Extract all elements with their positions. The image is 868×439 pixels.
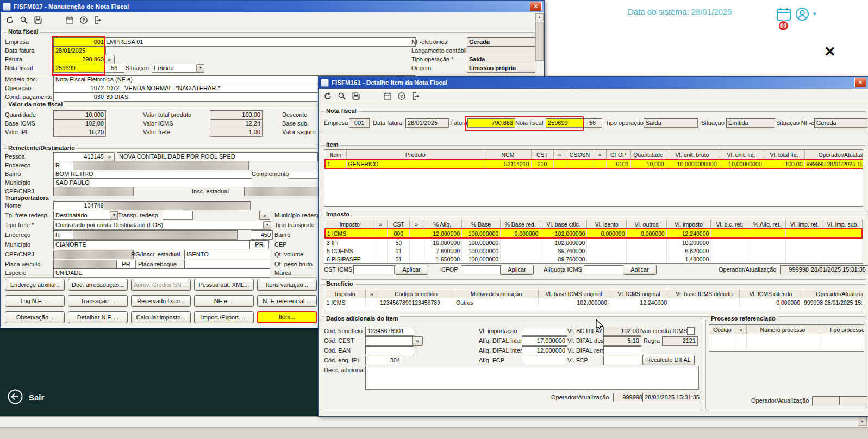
cst-icms-input[interactable]	[353, 265, 395, 274]
empty-row[interactable]	[710, 334, 865, 343]
redacted-endereco2-field[interactable]	[73, 230, 238, 240]
redacted-insc-field[interactable]	[244, 187, 322, 196]
search-icon[interactable]	[336, 90, 348, 102]
pessoa-aut-xml-button[interactable]: Pessoa aut. XML...	[194, 279, 254, 291]
table-row[interactable]: 1 ICMS00012,000000100,0000000,000000102,…	[325, 229, 862, 238]
exit-icon[interactable]	[410, 90, 422, 102]
scroll-up-icon[interactable]: ▲	[535, 13, 544, 21]
chevron-down-icon[interactable]: ▼	[263, 221, 271, 229]
doc-arrecadacao-button[interactable]: Doc. arrecadação...	[68, 279, 128, 291]
chevron-down-icon[interactable]: ▾	[813, 10, 816, 17]
processo-table[interactable]: Código»Número processoTipo processo	[709, 324, 864, 352]
transportadora-cod-field[interactable]: 104749	[53, 201, 106, 210]
sair-button[interactable]: Sair	[8, 389, 44, 406]
pessoa-lookup-button[interactable]: »	[104, 152, 115, 161]
municipio2-field[interactable]: CIANORTE	[53, 240, 252, 249]
user-icon[interactable]	[795, 7, 810, 22]
vl-importacao-input[interactable]	[522, 327, 567, 336]
endereco-auxiliar-button[interactable]: Endereço auxiliar..	[5, 279, 65, 291]
observacao-button[interactable]: Observação...	[5, 311, 65, 323]
help-icon[interactable]: ?	[396, 90, 408, 102]
bairro-field[interactable]: BOM RETIRO	[53, 170, 252, 179]
cod-ean-input[interactable]	[365, 346, 414, 355]
calendar-icon[interactable]	[382, 90, 394, 102]
save-icon[interactable]	[32, 14, 44, 26]
save-icon[interactable]	[350, 90, 362, 102]
close-icon[interactable]: ✕	[854, 78, 866, 87]
vl-difal-remet-input[interactable]	[603, 346, 641, 355]
fatura-field[interactable]: 790.863	[53, 55, 106, 64]
placa-uf-field[interactable]: PR	[116, 260, 136, 269]
aliq-fcp-input[interactable]	[522, 356, 567, 365]
search-icon[interactable]	[18, 14, 30, 26]
pessoa-nome-field[interactable]: NOVA CONTABILIDADE POR POOL SPED	[117, 152, 318, 161]
empresa-nome-field[interactable]: EMPRESA 01	[104, 37, 416, 47]
cod-beneficio-input[interactable]: 12345678901	[365, 327, 414, 336]
item-table[interactable]: ItemProdutoNCMCST»CSOSN»CFOPQuantidadeVl…	[324, 149, 863, 207]
scroll-down-icon[interactable]: ▾	[858, 417, 867, 426]
horizontal-scrollbar[interactable]	[0, 416, 868, 427]
cfop-input[interactable]	[461, 265, 502, 274]
uf-field[interactable]: PR	[249, 240, 269, 249]
especie-field[interactable]: UNIDADE	[53, 268, 270, 278]
aplicar-cfop-button[interactable]: Aplicar	[500, 265, 534, 275]
beneficio-table[interactable]: Imposto»Código benefícioMotivo desoneraç…	[324, 289, 863, 310]
item-button[interactable]: Item...	[257, 311, 317, 323]
redacted-cpf2-field[interactable]	[53, 250, 134, 259]
tipo-frete-select[interactable]: Contratado por conta Destinatário (FOB) …	[53, 221, 271, 230]
table-row[interactable]: 3 IPI5010,000000100,000000102,00000010,2…	[325, 238, 862, 247]
transp-redesp-field[interactable]	[163, 211, 193, 220]
table-row[interactable]: 6 PIS/PASEP011,650000100,00000089,760000…	[325, 255, 862, 263]
placa-reboque-field[interactable]	[184, 260, 270, 269]
recalculo-difal-button[interactable]: Recálculo DIFAL	[642, 355, 695, 365]
calcular-imposto-button[interactable]: Calcular imposto...	[131, 311, 191, 323]
table-row[interactable]: 5 COFINS017,600000100,00000089,7600006,8…	[325, 247, 862, 255]
pessoa-field[interactable]: 413145	[53, 152, 106, 161]
titlebar-fisfm161[interactable]: FISFM161 - Detalhe Item da Nota Fiscal ✕	[319, 77, 868, 89]
endereco2-tipo-field[interactable]: R	[53, 230, 75, 240]
itens-variacao-button[interactable]: Itens variação...	[257, 279, 317, 291]
desc-adicional-input[interactable]	[365, 366, 699, 390]
situacao-select[interactable]: Emitida ▼	[152, 64, 204, 73]
empty-row[interactable]	[710, 342, 865, 350]
cest-lookup-button[interactable]: »	[412, 336, 423, 346]
redacted-cpf-field[interactable]	[53, 187, 134, 196]
empresa-field[interactable]: 001	[53, 37, 106, 47]
aliq-difal-interna-input[interactable]: 17,000000	[522, 336, 567, 346]
fatura-lookup-button[interactable]: »	[104, 55, 115, 64]
rg-field[interactable]: ISENTO	[184, 250, 270, 259]
redacted-endereco-field[interactable]	[73, 161, 249, 170]
serie-field[interactable]: 56	[104, 64, 124, 73]
endereco2-numero-field[interactable]: 450	[251, 230, 273, 240]
tp-frete-redesp-select[interactable]: Destinatário ▼	[53, 211, 118, 220]
undo-icon[interactable]	[4, 14, 16, 26]
aplicar-cst-button[interactable]: Aplicar	[395, 265, 428, 275]
exit-icon[interactable]	[92, 14, 104, 26]
import-export-button[interactable]: Import./Export. ...	[194, 311, 254, 323]
chevron-down-icon[interactable]: ▼	[110, 211, 118, 220]
chevron-down-icon[interactable]: ▼	[196, 64, 204, 72]
redacted-transportadora-nome-field[interactable]	[104, 201, 251, 210]
aliq-difal-interest-input[interactable]: 12,000000	[522, 346, 567, 355]
help-icon[interactable]: ?	[78, 14, 90, 26]
cod-enq-ipi-input[interactable]: 304	[365, 356, 402, 365]
data-fatura-field[interactable]: 28/01/2025	[53, 46, 106, 55]
detalhar-nf-button[interactable]: Detalhar N.F. ...	[68, 311, 128, 323]
aplicar-aliquota-button[interactable]: Aplicar	[623, 265, 657, 275]
nfe-button[interactable]: NF-e ...	[194, 295, 254, 307]
log-nf-button[interactable]: Log N.F. ...	[5, 295, 65, 307]
reservado-fisco-button[interactable]: Reservado fisco...	[131, 295, 191, 307]
nao-credita-icms-checkbox[interactable]	[687, 327, 695, 335]
calendar-icon[interactable]	[64, 14, 76, 26]
vl-fcp-input[interactable]	[603, 356, 641, 365]
nf-referencial-button[interactable]: N. F. referencial ...	[257, 295, 317, 307]
cod-cest-input[interactable]	[365, 336, 414, 346]
undo-icon[interactable]	[322, 90, 334, 102]
close-icon[interactable]: ✕	[530, 2, 542, 11]
municipio-field[interactable]: SAO PAULO	[53, 178, 252, 187]
transp-redesp-lookup-button[interactable]: »	[259, 211, 270, 220]
table-row[interactable]: 1GENERICO52114210210610110,00010,0000000…	[325, 159, 863, 168]
transacao-button[interactable]: Transação ...	[68, 295, 128, 307]
redacted-placa-field[interactable]	[53, 260, 119, 269]
imposto-table[interactable]: Imposto»CST»% Alíq.% Base% Base red.Vl. …	[324, 219, 863, 264]
